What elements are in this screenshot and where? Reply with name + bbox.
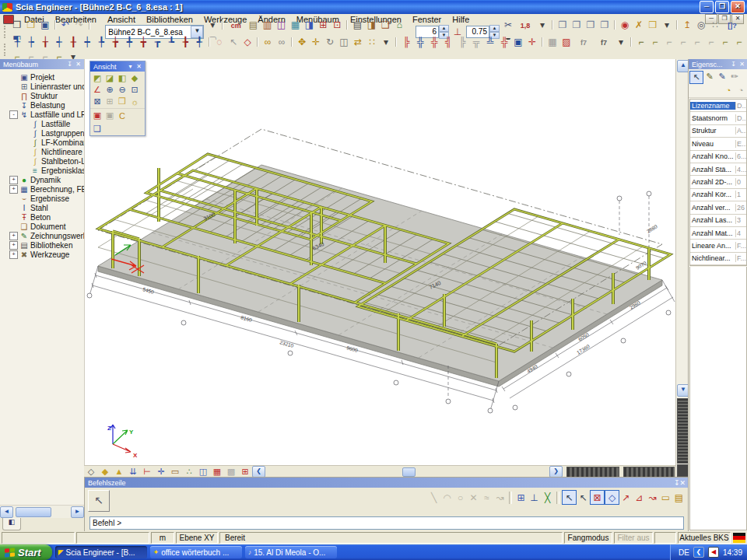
tree-item-lastgruppen[interactable]: ∫Lastgruppen — [0, 128, 84, 138]
snap-arc-button[interactable]: ↝ — [646, 491, 659, 504]
expand-icon[interactable]: + — [9, 232, 18, 240]
copy-properties-button[interactable]: ◫ — [274, 18, 288, 32]
catalog-button[interactable]: ▥ — [260, 18, 274, 32]
chevron-down-icon[interactable]: ▾ — [126, 63, 135, 70]
befehlszeile-header[interactable]: Befehlszeile ↧ ✕ — [85, 478, 689, 488]
grid-display-button[interactable]: ▦ — [210, 467, 224, 478]
tree-item-projekt[interactable]: ▣Projekt — [0, 72, 84, 82]
redo-button[interactable]: ↷ — [72, 18, 86, 32]
tree-item-dokument[interactable]: ❑Dokument — [0, 222, 84, 231]
tree-horizontal-scrollbar[interactable]: ◄ ► — [0, 505, 84, 518]
scroll-right-icon[interactable]: ► — [71, 506, 84, 518]
maximize-button[interactable]: ❐ — [715, 1, 729, 13]
beam-tool[interactable]: ╁ — [38, 35, 52, 49]
clipping-box-button[interactable]: C — [116, 110, 128, 121]
link-tool[interactable]: ∞ — [261, 35, 275, 49]
profile-frame-2-button[interactable]: ⌐ — [648, 35, 662, 49]
stretch-tool[interactable]: ⇄ — [351, 35, 365, 49]
red-grid-button[interactable]: ⊞ — [238, 467, 252, 478]
menu-bibliotheken[interactable]: Bibliotheken — [141, 15, 198, 24]
toolbar-grip[interactable] — [4, 44, 8, 56]
command-input[interactable]: Befehl > — [89, 516, 684, 530]
eigenschaften-header[interactable]: Eigensc... ↧ ✕ — [689, 59, 747, 69]
move-tool[interactable]: ✥ — [295, 35, 309, 49]
close-icon[interactable]: ✕ — [74, 61, 82, 68]
spin-up-icon[interactable]: ▲ — [489, 25, 500, 32]
perspective-cube-button[interactable]: ❑ — [91, 123, 103, 135]
tree-item-lf-kombination[interactable]: ∫LF-Kombination — [0, 138, 84, 147]
node-label-button[interactable]: ✛ — [154, 467, 168, 478]
snap-angle-button[interactable]: ⊿ — [633, 491, 646, 504]
pin-icon[interactable]: ↧ — [729, 61, 738, 68]
wall-tool[interactable]: ╄ — [94, 35, 108, 49]
render-off-button[interactable]: ▣ — [103, 110, 116, 121]
profile-frame-1-button[interactable]: ⌐ — [634, 35, 648, 49]
taskbar-task-media[interactable]: ♪ 15. Al Di Meola - O... — [245, 546, 337, 558]
property-row[interactable]: Lineare An...F... — [690, 240, 746, 252]
ansicht-palette[interactable]: Ansicht ▾ ✕ ◩◪◧◆∠⊕⊖⊡⊠⊞❒☼ ▣▣C ❑ — [89, 61, 146, 136]
close-button[interactable]: ✕ — [731, 1, 745, 13]
light-button[interactable]: ☼ — [128, 96, 141, 107]
node-load-tool[interactable]: ╬ — [427, 35, 441, 49]
profile-frame-5-button[interactable]: ⌐ — [690, 35, 704, 49]
snap-midpoint-button[interactable]: ↖ — [577, 491, 590, 504]
property-row[interactable]: Anzahl Las...3 — [690, 215, 746, 227]
tree-item-werkzeuge[interactable]: +✖Werkzeuge — [0, 250, 84, 259]
tree-item-lastf-lle[interactable]: ∫Lastfälle — [0, 119, 84, 128]
view-folder-button[interactable]: ❒ — [116, 96, 128, 107]
select-pointer-button[interactable]: ↖ — [689, 71, 703, 84]
status-filter[interactable]: Filter aus — [614, 532, 653, 544]
zoom-window-button[interactable]: ⊡ — [128, 84, 141, 96]
anchor-tool[interactable]: ▣ — [511, 35, 525, 49]
free-load-tool[interactable]: ╠ — [455, 35, 469, 49]
cross-section-tool[interactable]: ╂ — [66, 35, 80, 49]
property-row[interactable]: Anzahl Kno...6... — [690, 151, 746, 163]
polygon-select-tool[interactable]: ◇ — [240, 35, 254, 49]
home-view-button[interactable]: ⌂ — [392, 18, 406, 32]
status-snap-mode[interactable]: Fangmodus — [564, 532, 612, 544]
minimize-button[interactable]: ─ — [700, 1, 714, 13]
lasso-select-tool[interactable]: ◌ — [212, 35, 226, 49]
volume-icon[interactable]: ◀ — [708, 547, 719, 558]
polyline-tool[interactable]: ↝ — [493, 491, 507, 504]
tree-item-struktur[interactable]: ∏Struktur — [0, 91, 84, 100]
expand-icon[interactable]: + — [9, 185, 18, 194]
rotate-tool[interactable]: ↻ — [323, 35, 337, 49]
support-tool[interactable]: ╬ — [413, 35, 427, 49]
close-icon[interactable]: ✕ — [679, 479, 686, 487]
snap-intersection-button[interactable]: ⊠ — [590, 490, 605, 505]
load-case-filter-1-button[interactable]: f7 — [573, 36, 594, 50]
scroll-left-icon[interactable]: ❮ — [252, 466, 265, 478]
menuebaum-header[interactable]: Menübaum ↧ ✕ — [0, 59, 84, 69]
menu-hilfe[interactable]: Hilfe — [447, 15, 475, 24]
pin-icon[interactable]: ↧ — [674, 479, 680, 487]
docked-bar-2[interactable] — [623, 467, 675, 478]
property-row[interactable]: StaatsnormD... — [690, 112, 746, 124]
member-label-button[interactable]: ⊢ — [140, 467, 154, 478]
toolbar-grip[interactable] — [4, 26, 8, 38]
wireframe-button[interactable]: ◇ — [84, 467, 98, 478]
temperature-load-tool[interactable]: ╩ — [483, 35, 497, 49]
status-plane[interactable]: Ebene XY — [176, 532, 218, 544]
property-row[interactable]: Anzahl 2D-...0 — [690, 176, 746, 188]
tree-item-belastung[interactable]: ↧Belastung — [0, 100, 84, 110]
abc-label-button[interactable]: ▭ — [168, 467, 182, 478]
property-row[interactable]: StrukturA... — [690, 125, 746, 138]
moment-load-tool[interactable]: ╦ — [469, 35, 483, 49]
snap-toggle-button[interactable]: ╳ — [541, 491, 554, 504]
window-tile-2-button[interactable]: ❐ — [570, 18, 584, 32]
profile-frame-4-button[interactable]: ⌐ — [676, 35, 690, 49]
edit-button[interactable]: ✏ — [728, 71, 741, 82]
document-button[interactable]: ❑ — [378, 18, 392, 32]
intersection-tool[interactable]: ╊ — [178, 35, 192, 49]
language-bar-icon[interactable]: ❮ — [693, 547, 704, 558]
tree-item-lastf-lle-und-lf-ko[interactable]: -↯Lastfälle und LF-Ko — [0, 110, 84, 119]
modify-dropdown-button[interactable]: ▾ — [379, 35, 393, 49]
what-is-this-button[interactable]: []? — [722, 19, 742, 33]
title-bar[interactable]: Scia Engineer - [Bühne2 B-C_6_8.esa : 1]… — [0, 0, 747, 14]
open-view-button[interactable]: ▨ — [559, 35, 573, 49]
visibility-button[interactable]: ◉ — [618, 18, 632, 32]
load-case-filter-2-button[interactable]: f7 — [594, 36, 614, 50]
zoom-out-button[interactable]: ⊖ — [116, 84, 128, 96]
activity-button[interactable]: ✗ — [632, 18, 646, 32]
